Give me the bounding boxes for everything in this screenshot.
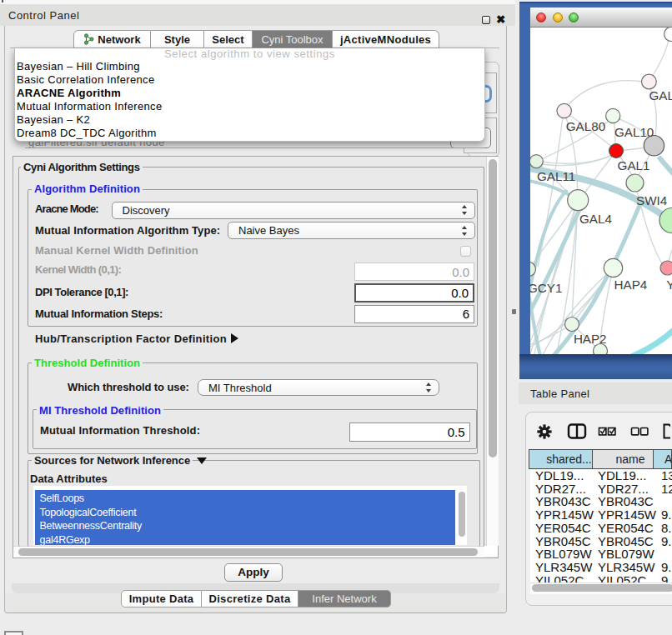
svg-text:GAL4: GAL4 [579,212,612,226]
svg-text:GAL11: GAL11 [537,169,575,183]
svg-text:GCY1: GCY1 [530,281,562,295]
svg-text:GAL10: GAL10 [614,125,654,139]
svg-text:SWI4: SWI4 [636,193,667,208]
svg-text:HAP4: HAP4 [614,278,648,292]
svg-text:GAL1: GAL1 [618,158,650,172]
svg-text:HAP2: HAP2 [574,332,607,346]
svg-text:Y: Y [666,278,672,292]
svg-text:GAL: GAL [649,88,672,102]
svg-text:GAL80: GAL80 [566,119,605,133]
